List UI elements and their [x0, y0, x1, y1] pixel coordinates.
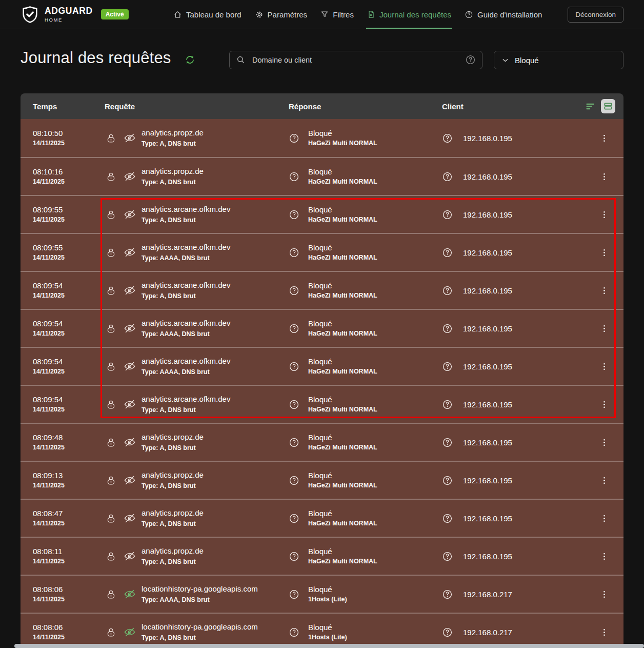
search-help-icon[interactable]: [465, 54, 476, 67]
question-circle-icon[interactable]: [289, 551, 299, 562]
row-domain: analytics.propz.de: [142, 166, 289, 177]
question-circle-icon[interactable]: [289, 513, 299, 524]
eye-off-icon[interactable]: [124, 588, 136, 600]
kebab-menu-icon[interactable]: [599, 627, 609, 637]
row-status: Bloqué: [308, 242, 377, 253]
lock-open-icon[interactable]: [106, 323, 116, 334]
eye-off-icon[interactable]: [124, 626, 136, 638]
question-circle-icon[interactable]: [442, 209, 453, 220]
question-circle-icon[interactable]: [442, 399, 453, 410]
lock-open-icon[interactable]: [106, 171, 116, 182]
question-circle-icon[interactable]: [289, 247, 299, 258]
kebab-menu-icon[interactable]: [599, 514, 609, 523]
question-circle-icon[interactable]: [442, 285, 453, 296]
eye-off-icon[interactable]: [124, 170, 136, 183]
question-circle-icon[interactable]: [289, 589, 299, 600]
kebab-menu-icon[interactable]: [599, 286, 609, 296]
question-circle-icon[interactable]: [289, 475, 299, 486]
question-circle-icon[interactable]: [289, 171, 299, 182]
nav-item-setup-guide[interactable]: Guide d'installation: [465, 0, 542, 29]
question-circle-icon[interactable]: [289, 627, 299, 638]
kebab-menu-icon[interactable]: [599, 133, 609, 143]
question-circle-icon[interactable]: [289, 285, 299, 296]
lock-open-icon[interactable]: [106, 209, 116, 220]
kebab-menu-icon[interactable]: [599, 476, 609, 485]
client-cell: 192.168.0.217: [442, 589, 585, 600]
table-row: 08:09:54 14/11/2025 analytics.arcane.o: [21, 309, 623, 347]
question-circle-icon[interactable]: [442, 551, 453, 562]
lock-open-icon[interactable]: [106, 551, 116, 562]
row-filter: HaGeZi Multi NORMAL: [308, 215, 377, 225]
kebab-menu-icon[interactable]: [599, 172, 609, 182]
lock-open-icon[interactable]: [106, 285, 116, 296]
kebab-menu-icon[interactable]: [599, 324, 609, 333]
kebab-menu-icon[interactable]: [599, 552, 609, 561]
time-cell: 08:08:47 14/11/2025: [21, 508, 105, 528]
lock-open-icon[interactable]: [106, 133, 116, 144]
question-circle-icon[interactable]: [442, 361, 453, 372]
question-circle-icon[interactable]: [289, 133, 299, 144]
question-circle-icon[interactable]: [442, 171, 453, 182]
eye-off-icon[interactable]: [124, 208, 136, 221]
eye-off-icon[interactable]: [124, 246, 136, 259]
request-flags: [105, 626, 142, 638]
question-circle-icon[interactable]: [442, 133, 453, 144]
kebab-menu-icon[interactable]: [599, 210, 609, 220]
nav-label: Guide d'installation: [477, 10, 542, 19]
response-filter-dropdown[interactable]: Bloqué: [494, 51, 623, 69]
kebab-menu-icon[interactable]: [599, 438, 609, 447]
eye-off-icon[interactable]: [124, 284, 136, 297]
row-domain: analytics.propz.de: [142, 469, 289, 481]
lock-open-icon[interactable]: [106, 627, 116, 638]
nav-item-dashboard[interactable]: Tableau de bord: [173, 0, 242, 29]
lock-open-icon[interactable]: [106, 475, 116, 486]
question-circle-icon[interactable]: [442, 589, 453, 600]
chevron-down-icon: [501, 56, 510, 65]
horizontal-scrollbar[interactable]: [14, 644, 644, 648]
lock-open-icon[interactable]: [106, 589, 116, 600]
detailed-view-button[interactable]: [601, 99, 615, 113]
question-circle-icon[interactable]: [442, 627, 453, 638]
search-input[interactable]: [229, 51, 482, 69]
request-cell: analytics.arcane.ofkm.dev Type: A, DNS b…: [142, 280, 289, 301]
eye-off-icon[interactable]: [124, 322, 136, 335]
lock-open-icon[interactable]: [106, 437, 116, 448]
question-circle-icon[interactable]: [289, 437, 299, 448]
row-date: 14/11/2025: [33, 519, 105, 528]
nav-item-filters[interactable]: Filtres: [320, 0, 354, 29]
nav-item-settings[interactable]: Paramètres: [255, 0, 308, 29]
eye-off-icon[interactable]: [124, 360, 136, 372]
row-date: 14/11/2025: [33, 595, 105, 604]
question-circle-icon[interactable]: [442, 323, 453, 334]
response-cell: Bloqué HaGeZi Multi NORMAL: [289, 318, 442, 338]
lock-open-icon[interactable]: [106, 513, 116, 524]
kebab-menu-icon[interactable]: [599, 590, 609, 599]
row-time: 08:10:50: [33, 128, 105, 139]
question-circle-icon[interactable]: [289, 399, 299, 410]
question-circle-icon[interactable]: [289, 323, 299, 334]
question-circle-icon[interactable]: [289, 209, 299, 220]
question-circle-icon[interactable]: [442, 475, 453, 486]
logout-button[interactable]: Déconnexion: [568, 7, 623, 23]
request-flags: [105, 474, 142, 486]
question-circle-icon[interactable]: [442, 513, 453, 524]
refresh-icon[interactable]: [185, 54, 195, 65]
eye-off-icon[interactable]: [124, 550, 136, 562]
kebab-menu-icon[interactable]: [599, 248, 609, 258]
lock-open-icon[interactable]: [106, 361, 116, 372]
eye-off-icon[interactable]: [124, 474, 136, 486]
kebab-menu-icon[interactable]: [599, 362, 609, 371]
eye-off-icon[interactable]: [124, 398, 136, 410]
question-circle-icon[interactable]: [442, 247, 453, 258]
eye-off-icon[interactable]: [124, 436, 136, 448]
question-circle-icon[interactable]: [289, 361, 299, 372]
kebab-menu-icon[interactable]: [599, 400, 609, 409]
compact-view-icon[interactable]: [585, 101, 596, 112]
eye-off-icon[interactable]: [124, 512, 136, 524]
question-circle-icon[interactable]: [442, 437, 453, 448]
row-date: 14/11/2025: [33, 557, 105, 566]
eye-off-icon[interactable]: [124, 132, 136, 144]
lock-open-icon[interactable]: [106, 399, 116, 410]
lock-open-icon[interactable]: [106, 247, 116, 258]
nav-item-query-log[interactable]: Journal des requêtes: [367, 0, 451, 29]
